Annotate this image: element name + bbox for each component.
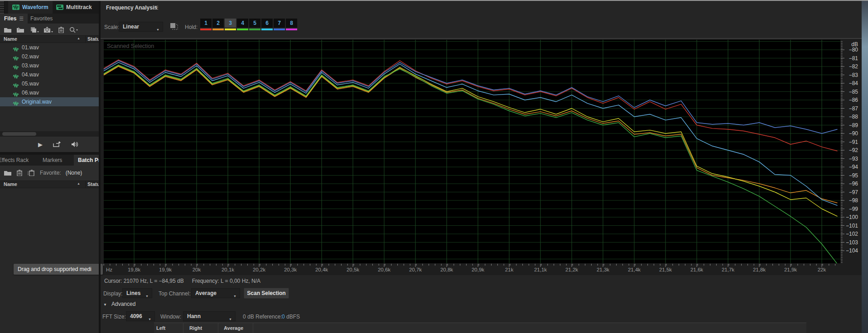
waveform-file-icon xyxy=(13,100,19,109)
hold-button-8[interactable]: 8 xyxy=(286,19,297,30)
reference-value[interactable]: 0 xyxy=(282,314,285,320)
column-name[interactable]: Name xyxy=(4,36,17,42)
chevron-down-icon: ▼ xyxy=(233,292,236,301)
tab-multitrack[interactable]: Multitrack xyxy=(52,1,96,14)
tab-waveform[interactable]: Waveform xyxy=(8,1,53,14)
scan-selection-button[interactable]: Scan Selection xyxy=(244,288,289,299)
file-row[interactable]: 06.wav xyxy=(0,88,99,97)
clear-all-icon[interactable] xyxy=(27,170,35,176)
tab-markers[interactable]: Markers xyxy=(39,155,66,166)
favorite-dropdown[interactable]: (None) xyxy=(66,170,82,176)
files-transport: ▶ xyxy=(0,137,99,152)
advanced-collapse-icon[interactable]: ▼ xyxy=(103,303,107,307)
file-row[interactable]: 02.wav xyxy=(0,52,99,61)
file-name: 04.wav xyxy=(22,70,39,79)
search-icon[interactable] xyxy=(69,27,78,33)
tab-favorites[interactable]: Favorites xyxy=(26,14,57,24)
file-name: 03.wav xyxy=(22,61,39,70)
svg-text:20,1k: 20,1k xyxy=(222,267,234,272)
column-name[interactable]: Name xyxy=(4,181,17,187)
loop-playback-button[interactable] xyxy=(53,141,61,147)
favorite-label: Favorite: xyxy=(40,170,61,176)
copy-to-clipboard-icon[interactable] xyxy=(169,22,178,32)
import-file-icon[interactable] xyxy=(16,27,25,33)
svg-text:19,9k: 19,9k xyxy=(159,267,172,272)
window-top-edge xyxy=(0,0,868,1)
hold-buttons: 12345678 xyxy=(200,19,297,30)
advanced-label[interactable]: Advanced xyxy=(111,301,135,307)
open-favorite-icon[interactable] xyxy=(4,170,12,176)
batch-column-header[interactable]: Name ▲ Status xyxy=(0,181,99,188)
play-button[interactable]: ▶ xyxy=(38,141,43,148)
column-divider[interactable] xyxy=(85,181,86,188)
display-dropdown[interactable]: Lines ▼ xyxy=(122,288,152,298)
batch-toolbar: Favorite: (None) xyxy=(0,167,99,178)
column-average[interactable]: Average xyxy=(224,325,243,331)
tab-batch-process-label: Batch Process xyxy=(78,157,99,163)
file-list: 01.wav02.wav03.wav04.wav05.wav06.wavOrig… xyxy=(0,43,99,131)
column-divider[interactable] xyxy=(85,36,86,43)
fft-size-dropdown[interactable]: 4096 ▼ xyxy=(126,311,155,321)
panel-menu-icon[interactable]: ☰ xyxy=(154,5,159,11)
hold-button-6[interactable]: 6 xyxy=(261,19,273,30)
batch-panel-tabs: Effects Rack Markers Batch Process xyxy=(0,155,99,166)
top-channel-dropdown[interactable]: Average ▼ xyxy=(191,288,240,298)
tab-effects-rack[interactable]: Effects Rack xyxy=(0,155,33,166)
tab-batch-process[interactable]: Batch Process xyxy=(74,155,99,166)
files-hscrollbar[interactable] xyxy=(0,131,99,137)
hold-button-3[interactable]: 3 xyxy=(225,19,236,30)
svg-text:−104: −104 xyxy=(846,247,858,254)
column-left[interactable]: Left xyxy=(156,325,165,331)
delete-favorite-icon[interactable] xyxy=(16,170,23,176)
window-dropdown[interactable]: Hann ▼ xyxy=(183,311,236,321)
new-file-icon[interactable] xyxy=(30,27,39,33)
sort-asc-icon[interactable]: ▲ xyxy=(77,182,80,185)
panel-title: Frequency Analysis xyxy=(106,5,157,11)
auto-play-button[interactable] xyxy=(71,141,79,147)
insert-into-multitrack-icon[interactable] xyxy=(43,27,53,33)
hold-button-5[interactable]: 5 xyxy=(249,19,260,30)
hold-color-bar xyxy=(225,29,236,30)
panel-separator[interactable] xyxy=(99,0,101,333)
file-row[interactable]: Original.wav xyxy=(0,97,99,106)
column-status[interactable]: Status xyxy=(87,36,99,42)
svg-text:−83: −83 xyxy=(849,72,858,78)
files-column-header[interactable]: Name ▲ Status xyxy=(0,35,99,43)
file-row[interactable]: 04.wav xyxy=(0,70,99,79)
files-panel-tabs: Files☰ Favorites xyxy=(0,14,99,24)
hold-button-4[interactable]: 4 xyxy=(237,19,248,30)
svg-text:21,6k: 21,6k xyxy=(690,267,703,272)
svg-text:21,5k: 21,5k xyxy=(659,267,672,272)
svg-text:19,8k: 19,8k xyxy=(128,267,140,272)
fft-size-label: FFT Size: xyxy=(102,314,126,320)
file-name: 01.wav xyxy=(22,43,39,52)
svg-text:−102: −102 xyxy=(846,231,858,237)
files-panel: Files☰ Favorites Name ▲ Status 01.wav02.… xyxy=(0,14,99,152)
hold-button-2[interactable]: 2 xyxy=(212,19,224,30)
hold-color-bar xyxy=(274,29,285,30)
files-panel-menu-icon[interactable]: ☰ xyxy=(19,16,24,21)
column-right[interactable]: Right xyxy=(189,325,202,331)
hold-button-7[interactable]: 7 xyxy=(274,19,285,30)
file-row[interactable]: 03.wav xyxy=(0,61,99,70)
scale-dropdown[interactable]: Linear ▼ xyxy=(119,22,163,32)
frequency-analysis-chart[interactable]: Hz19,8k19,9k20k20,1k20,2k20,3k20,4k20,5k… xyxy=(101,39,862,275)
hold-color-bar xyxy=(249,29,260,30)
open-file-icon[interactable] xyxy=(4,27,12,33)
column-status[interactable]: Status xyxy=(87,181,99,187)
sort-asc-icon[interactable]: ▲ xyxy=(77,37,80,40)
svg-text:−80: −80 xyxy=(849,47,858,53)
delete-icon[interactable] xyxy=(58,27,64,33)
panel-grip[interactable] xyxy=(0,1,5,14)
svg-text:20,4k: 20,4k xyxy=(315,267,328,272)
tab-waveform-label: Waveform xyxy=(22,4,48,10)
hold-button-1[interactable]: 1 xyxy=(200,19,212,30)
file-row[interactable]: 01.wav xyxy=(0,43,99,52)
batch-panel: Effects Rack Markers Batch Process Favor… xyxy=(0,155,99,333)
svg-text:21,4k: 21,4k xyxy=(628,267,641,272)
display-label: Display: xyxy=(103,290,123,297)
files-hscrollbar-thumb[interactable] xyxy=(2,132,36,136)
svg-text:21,8k: 21,8k xyxy=(753,267,766,272)
tab-files[interactable]: Files☰ xyxy=(0,14,28,24)
file-row[interactable]: 05.wav xyxy=(0,79,99,88)
